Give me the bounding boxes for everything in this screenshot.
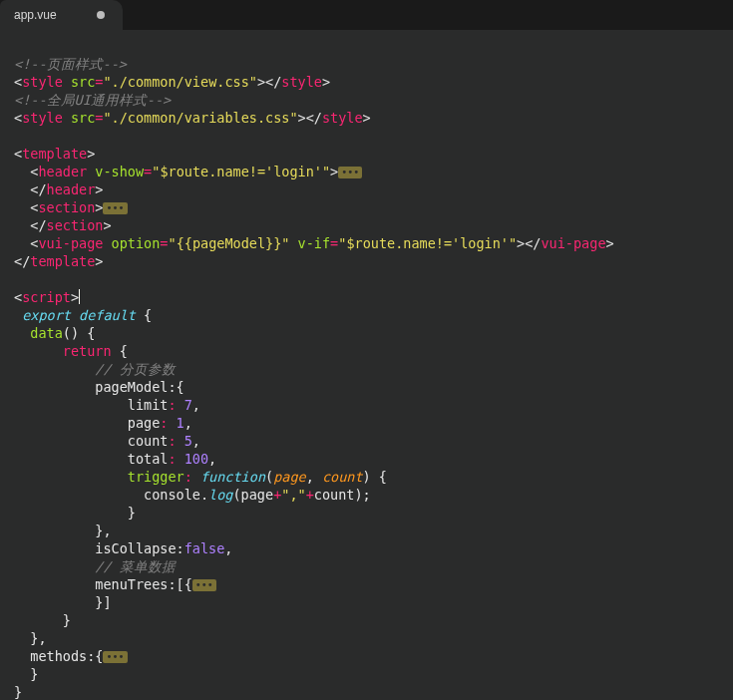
comment: // 分页参数	[95, 361, 175, 377]
tab-filename: app.vue	[14, 6, 57, 24]
comment: // 菜单数据	[95, 558, 175, 574]
fold-marker-icon[interactable]: •••	[192, 579, 216, 591]
text-cursor-icon	[79, 289, 80, 304]
fold-marker-icon[interactable]: •••	[103, 651, 127, 663]
fold-marker-icon[interactable]: •••	[103, 202, 127, 214]
modified-dot-icon	[97, 11, 105, 19]
comment: <!--全局UI通用样式-->	[14, 92, 171, 108]
file-tab-app-vue[interactable]: app.vue	[0, 0, 123, 30]
comment: <!--页面样式-->	[14, 56, 127, 72]
code-editor[interactable]: <!--页面样式--> <style src="./common/view.cs…	[0, 30, 733, 700]
tab-bar: app.vue	[0, 0, 733, 30]
fold-marker-icon[interactable]: •••	[338, 167, 362, 178]
